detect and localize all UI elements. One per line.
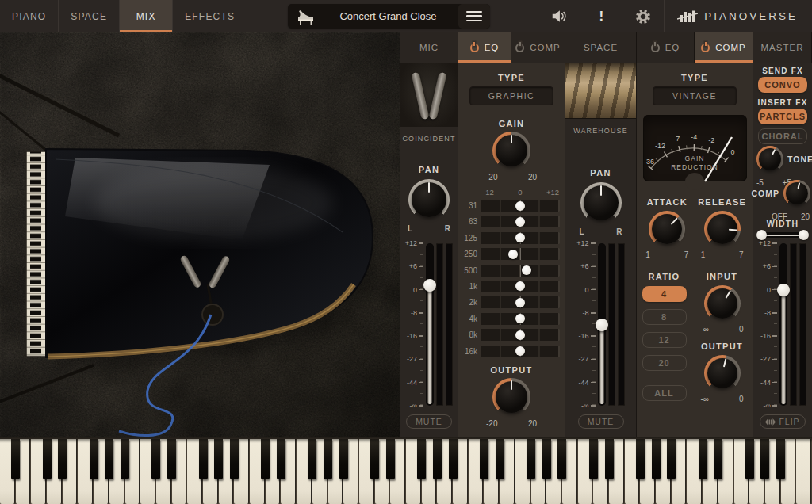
mixer-tab-eq-1[interactable]: EQ — [458, 32, 511, 63]
eq-type-select[interactable]: GRAPHIC — [469, 86, 553, 105]
mic-pair-image[interactable] — [400, 63, 458, 127]
black-key[interactable] — [199, 439, 208, 479]
black-key[interactable] — [542, 439, 551, 479]
fader-track[interactable] — [598, 243, 606, 406]
black-key[interactable] — [90, 439, 98, 479]
black-key[interactable] — [760, 439, 769, 479]
top-tab-space[interactable]: SPACE — [59, 0, 120, 32]
black-key[interactable] — [776, 439, 785, 479]
mixer-tab-space-3[interactable]: SPACE — [565, 32, 637, 63]
power-icon[interactable] — [470, 44, 479, 52]
fader-track[interactable] — [426, 243, 434, 406]
comp-input-knob[interactable] — [704, 285, 741, 322]
black-key[interactable] — [261, 439, 270, 479]
black-key[interactable] — [433, 439, 442, 479]
ratio-option-8[interactable]: 8 — [642, 309, 687, 325]
attack-knob[interactable] — [649, 211, 685, 247]
black-key[interactable] — [308, 439, 316, 479]
master-fader[interactable]: +12+60-8-16-27-44-∞ — [759, 243, 806, 406]
eq-band-slider-63[interactable] — [481, 216, 560, 227]
black-key[interactable] — [667, 439, 676, 479]
power-icon[interactable] — [651, 44, 660, 52]
black-key[interactable] — [105, 439, 113, 479]
black-key[interactable] — [324, 439, 332, 479]
eq-band-slider-1k[interactable] — [481, 281, 560, 292]
eq-band-slider-4k[interactable] — [481, 313, 560, 325]
ratio-option-12[interactable]: 12 — [642, 332, 687, 348]
eq-band-handle-8k[interactable] — [515, 330, 525, 340]
release-knob[interactable] — [704, 211, 741, 247]
black-key[interactable] — [277, 439, 285, 479]
eq-band-slider-31[interactable] — [481, 200, 560, 212]
master-fader-handle[interactable] — [777, 284, 790, 296]
eq-band-slider-500[interactable] — [481, 265, 560, 277]
space-fader-handle[interactable] — [596, 319, 608, 331]
black-key[interactable] — [636, 439, 645, 479]
ratio-option-4[interactable]: 4 — [642, 286, 687, 302]
top-tab-piano[interactable]: PIANO — [0, 0, 59, 32]
settings-button[interactable] — [622, 0, 664, 32]
tone-knob[interactable] — [756, 146, 783, 173]
eq-band-handle-1k[interactable] — [515, 281, 525, 291]
black-key[interactable] — [714, 439, 722, 479]
black-key[interactable] — [43, 439, 52, 479]
black-key[interactable] — [339, 439, 348, 479]
black-key[interactable] — [386, 439, 395, 479]
black-key[interactable] — [605, 439, 614, 479]
space-fader[interactable]: +12+60-8-16-27-44-∞ — [577, 243, 625, 406]
space-mute-button[interactable]: MUTE — [578, 414, 624, 429]
mixer-tab-master-6[interactable]: MASTER — [753, 32, 812, 63]
eq-gain-knob[interactable] — [492, 132, 530, 170]
eq-band-handle-2k[interactable] — [515, 298, 525, 307]
black-key[interactable] — [151, 439, 160, 479]
black-key[interactable] — [167, 439, 176, 479]
mixer-tab-mic-0[interactable]: MIC — [400, 32, 458, 63]
eq-output-knob[interactable] — [492, 378, 530, 416]
eq-band-slider-250[interactable] — [481, 248, 560, 260]
mic-fader[interactable]: +12+60-8-16-27-44-∞ — [405, 243, 453, 406]
black-key[interactable] — [557, 439, 566, 479]
ratio-option-20[interactable]: 20 — [642, 355, 687, 371]
mic-fader-handle[interactable] — [423, 279, 436, 292]
eq-band-handle-4k[interactable] — [515, 314, 525, 323]
mixer-tab-comp-5[interactable]: COMP — [695, 32, 753, 63]
eq-band-slider-16k[interactable] — [481, 346, 560, 357]
eq-band-handle-63[interactable] — [515, 217, 525, 227]
send-fx-convo[interactable]: CONVO — [758, 77, 807, 93]
black-key[interactable] — [230, 439, 239, 479]
comp-output-knob[interactable] — [704, 355, 741, 391]
flip-button[interactable]: FLIP — [760, 414, 806, 429]
white-key[interactable] — [796, 439, 811, 504]
mic-mute-button[interactable]: MUTE — [406, 414, 452, 429]
volume-button[interactable] — [538, 0, 580, 32]
black-key[interactable] — [214, 439, 223, 479]
comp-type-select[interactable]: VINTAGE — [653, 86, 737, 105]
menu-hamburger-icon[interactable] — [458, 4, 490, 29]
mixer-tab-eq-4[interactable]: EQ — [637, 32, 695, 63]
space-pan-knob[interactable] — [580, 182, 622, 223]
width-slider-right-handle[interactable] — [799, 230, 809, 240]
black-key[interactable] — [370, 439, 379, 479]
eq-band-slider-8k[interactable] — [481, 329, 560, 341]
mic-pan-knob[interactable] — [408, 179, 450, 220]
ratio-option-all[interactable]: ALL — [642, 385, 687, 401]
eq-band-slider-2k[interactable] — [481, 296, 560, 308]
black-key[interactable] — [589, 439, 598, 479]
top-tab-effects[interactable]: EFFECTS — [173, 0, 247, 32]
eq-band-slider-125[interactable] — [481, 232, 560, 244]
black-key[interactable] — [652, 439, 661, 479]
top-tab-mix[interactable]: MIX — [120, 0, 173, 32]
black-key[interactable] — [58, 439, 67, 479]
piano-keyboard[interactable] — [0, 437, 812, 504]
eq-band-handle-31[interactable] — [515, 201, 525, 211]
master-comp-knob[interactable] — [783, 180, 810, 207]
fader-track[interactable] — [779, 243, 787, 406]
mixer-tab-comp-2[interactable]: COMP — [511, 32, 565, 63]
preset-bar[interactable]: Concert Grand Close — [288, 4, 490, 29]
eq-band-handle-250[interactable] — [508, 250, 518, 259]
black-key[interactable] — [449, 439, 458, 479]
power-icon[interactable] — [701, 44, 710, 52]
black-key[interactable] — [480, 439, 488, 479]
insert-fx-partcls[interactable]: PARTCLS — [758, 109, 807, 124]
black-key[interactable] — [745, 439, 754, 479]
